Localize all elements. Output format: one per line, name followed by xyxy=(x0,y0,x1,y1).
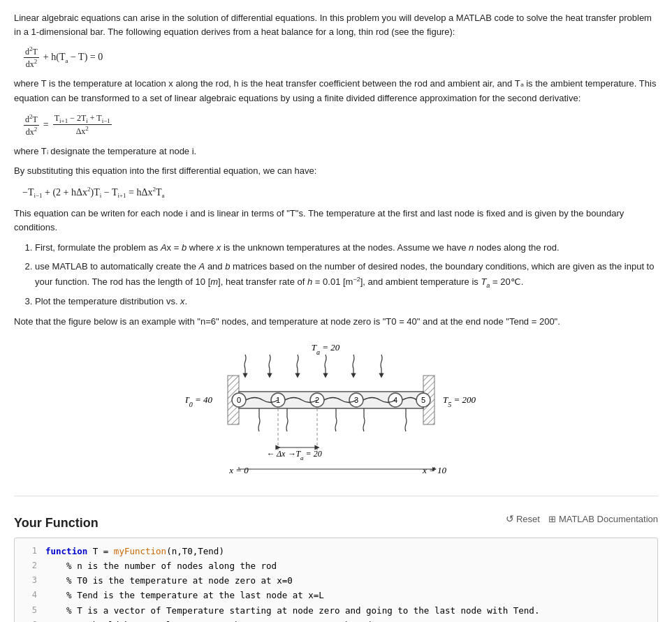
list-item3: Plot the temperature distribution vs. x. xyxy=(35,295,658,309)
svg-text:T0 = 40: T0 = 40 xyxy=(186,394,212,408)
intro-paragraph2: where T is the temperature at location x… xyxy=(14,77,658,106)
code-line-3: 3 % T0 is the temperature at node zero a… xyxy=(22,573,650,588)
svg-text:← Δx →Ta = 20: ← Δx →Ta = 20 xyxy=(266,449,321,461)
code-content-4: % Tend is the temperature at the last no… xyxy=(45,588,324,602)
matlab-doc-icon: ⊞ xyxy=(548,514,556,524)
code-content-1: function T = myFunction(n,T0,Tend) xyxy=(45,544,224,558)
reset-button[interactable]: ↺ Reset xyxy=(506,513,540,524)
your-function-title: Your Function xyxy=(14,516,98,531)
reset-icon: ↺ xyxy=(506,513,514,524)
svg-text:Ta = 20: Ta = 20 xyxy=(312,342,340,356)
eq1-fraction: d2T dx2 xyxy=(24,45,39,70)
code-line-1: 1 function T = myFunction(n,T0,Tend) xyxy=(22,544,650,558)
reset-label: Reset xyxy=(516,514,540,524)
eq2-fraction: d2T dx2 xyxy=(24,113,39,138)
line-num-4: 4 xyxy=(22,588,37,602)
code-line-6: 6 % T should have n elements, as the tem… xyxy=(22,618,650,622)
figure-diagram: Ta = 20 xyxy=(186,339,486,486)
divider1 xyxy=(14,496,658,496)
code-content-2: % n is the number of nodes along the rod xyxy=(45,558,277,573)
line-num-3: 3 xyxy=(22,573,37,587)
equation1: d2T dx2 + h(Ta − T) = 0 xyxy=(22,45,658,70)
function-code-box[interactable]: 1 function T = myFunction(n,T0,Tend) 2 %… xyxy=(14,538,658,622)
eq2-fraction2: Ti+1 − 2Ti + Ti−1 Δx2 xyxy=(53,113,112,137)
instructions-list: First, formulate the problem as Ax = b w… xyxy=(35,241,658,309)
your-function-header: Your Function ↺ Reset ⊞ MATLAB Documenta… xyxy=(14,503,658,535)
intro-paragraph4: By substituting this equation into the f… xyxy=(14,164,658,179)
code-line-2: 2 % n is the number of nodes along the r… xyxy=(22,558,650,573)
code-line-4: 4 % Tend is the temperature at the last … xyxy=(22,588,650,602)
intro-paragraph5: This equation can be writen for each nod… xyxy=(14,207,658,236)
code-line-5: 5 % T is a vector of Temperature startin… xyxy=(22,603,650,618)
matlab-doc-button[interactable]: ⊞ MATLAB Documentation xyxy=(548,514,658,524)
svg-text:5: 5 xyxy=(421,396,425,404)
figure-container: Ta = 20 xyxy=(14,339,658,486)
svg-text:0: 0 xyxy=(237,396,241,404)
intro-paragraph3: where Tᵢ designate the temperature at no… xyxy=(14,145,658,159)
code-content-6: % T should have n elements, as the tempe… xyxy=(45,618,382,622)
matlab-doc-label: MATLAB Documentation xyxy=(559,514,658,524)
line-num-5: 5 xyxy=(22,603,37,617)
list-item1: First, formulate the problem as Ax = b w… xyxy=(35,241,658,256)
list-item2: use MATLAB to automatically create the A… xyxy=(35,260,658,290)
line-num-2: 2 xyxy=(22,558,37,572)
line-num-1: 1 xyxy=(22,544,37,558)
svg-text:x = 10: x = 10 xyxy=(422,465,447,475)
code-content-3: % T0 is the temperature at node zero at … xyxy=(45,573,293,588)
svg-text:x = 0: x = 0 xyxy=(228,465,249,475)
code-content-5: % T is a vector of Temperature starting … xyxy=(45,603,539,618)
equation2: d2T dx2 = Ti+1 − 2Ti + Ti−1 Δx2 xyxy=(22,113,658,138)
note-text: Note that the figure below is an example… xyxy=(14,315,658,329)
intro-paragraph1: Linear algebraic equations can arise in … xyxy=(14,11,658,38)
code-actions: ↺ Reset ⊞ MATLAB Documentation xyxy=(506,513,658,524)
line-num-6: 6 xyxy=(22,618,37,622)
equation3: −Ti−1 + (2 + hΔx2)Ti − Ti+1 = hΔx2Ta xyxy=(22,186,658,199)
svg-text:T5 = 200: T5 = 200 xyxy=(443,394,476,408)
